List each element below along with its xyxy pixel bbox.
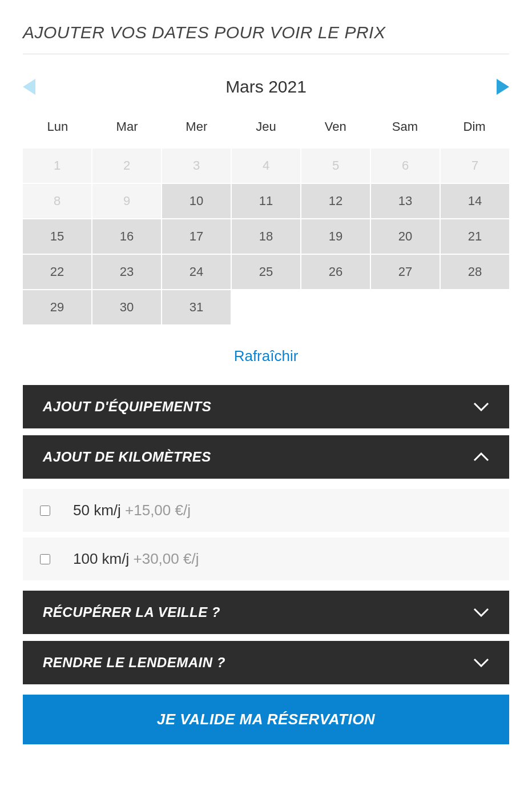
km-option-price: +30,00 €/j — [134, 550, 199, 567]
day-cell: 6 — [371, 149, 440, 183]
km-option-label: 50 km/j +15,00 €/j — [73, 502, 191, 519]
day-cell[interactable]: 13 — [371, 184, 440, 218]
day-cell — [301, 290, 370, 324]
km-option-checkbox[interactable] — [40, 554, 50, 564]
day-cell[interactable]: 11 — [232, 184, 300, 218]
day-cell[interactable]: 28 — [441, 255, 509, 289]
day-cell[interactable]: 30 — [92, 290, 161, 324]
day-cell[interactable]: 29 — [23, 290, 91, 324]
day-cell[interactable]: 16 — [92, 219, 161, 254]
day-cell: 4 — [232, 149, 300, 183]
day-cell[interactable]: 15 — [23, 219, 91, 254]
km-option-row: 50 km/j +15,00 €/j — [23, 489, 509, 532]
accordion: AJOUT D'ÉQUIPEMENTS AJOUT DE KILOMÈTRES … — [23, 385, 509, 744]
day-cell — [441, 290, 509, 324]
km-option-label: 100 km/j +30,00 €/j — [73, 550, 199, 568]
day-cell[interactable]: 26 — [301, 255, 370, 289]
day-header: Jeu — [231, 119, 301, 134]
day-cell: 3 — [162, 149, 231, 183]
calendar-header: Mars 2021 — [23, 77, 509, 97]
day-cell[interactable]: 10 — [162, 184, 231, 218]
km-option-row: 100 km/j +30,00 €/j — [23, 538, 509, 580]
chevron-down-icon — [473, 658, 489, 667]
chevron-up-icon — [473, 452, 489, 462]
day-cell[interactable]: 25 — [232, 255, 300, 289]
day-cell: 2 — [92, 149, 161, 183]
day-header: Dim — [440, 119, 509, 134]
month-label: Mars 2021 — [225, 77, 307, 97]
day-header: Mar — [92, 119, 162, 134]
day-cell: 8 — [23, 184, 91, 218]
accordion-kilometers[interactable]: AJOUT DE KILOMÈTRES — [23, 435, 509, 479]
accordion-title: AJOUT DE KILOMÈTRES — [43, 449, 211, 465]
page-title: AJOUTER VOS DATES POUR VOIR LE PRIX — [23, 23, 509, 54]
km-option-checkbox[interactable] — [40, 506, 50, 516]
day-cell[interactable]: 12 — [301, 184, 370, 218]
km-option-text: 50 km/j — [73, 502, 121, 519]
day-header: Ven — [301, 119, 370, 134]
chevron-down-icon — [473, 402, 489, 411]
accordion-title: AJOUT D'ÉQUIPEMENTS — [43, 399, 211, 415]
day-headers-row: Lun Mar Mer Jeu Ven Sam Dim — [23, 119, 509, 134]
km-option-price: +15,00 €/j — [125, 502, 191, 519]
submit-button[interactable]: JE VALIDE MA RÉSERVATION — [23, 695, 509, 744]
day-header: Lun — [23, 119, 92, 134]
day-cell[interactable]: 20 — [371, 219, 440, 254]
chevron-down-icon — [473, 608, 489, 617]
accordion-equipment[interactable]: AJOUT D'ÉQUIPEMENTS — [23, 385, 509, 428]
accordion-title: RÉCUPÉRER LA VEILLE ? — [43, 604, 220, 620]
calendar-grid: Lun Mar Mer Jeu Ven Sam Dim 123456789101… — [23, 119, 509, 324]
prev-month-icon[interactable] — [23, 79, 35, 95]
day-header: Mer — [162, 119, 231, 134]
day-cell — [371, 290, 440, 324]
accordion-pickup[interactable]: RÉCUPÉRER LA VEILLE ? — [23, 591, 509, 634]
day-cell[interactable]: 14 — [441, 184, 509, 218]
accordion-title: RENDRE LE LENDEMAIN ? — [43, 655, 225, 671]
next-month-icon[interactable] — [497, 79, 509, 95]
day-cell: 5 — [301, 149, 370, 183]
day-cell[interactable]: 22 — [23, 255, 91, 289]
day-cell[interactable]: 19 — [301, 219, 370, 254]
day-cell[interactable]: 21 — [441, 219, 509, 254]
refresh-link[interactable]: Rafraîchir — [23, 347, 509, 365]
day-cell: 9 — [92, 184, 161, 218]
day-cell[interactable]: 18 — [232, 219, 300, 254]
day-cell[interactable]: 31 — [162, 290, 231, 324]
day-cell[interactable]: 27 — [371, 255, 440, 289]
day-header: Sam — [370, 119, 440, 134]
day-cell: 7 — [441, 149, 509, 183]
km-option-text: 100 km/j — [73, 550, 129, 567]
day-cell[interactable]: 23 — [92, 255, 161, 289]
day-cell — [232, 290, 300, 324]
days-grid: 1234567891011121314151617181920212223242… — [23, 149, 509, 324]
day-cell: 1 — [23, 149, 91, 183]
day-cell[interactable]: 24 — [162, 255, 231, 289]
kilometers-options: 50 km/j +15,00 €/j 100 km/j +30,00 €/j — [23, 489, 509, 580]
accordion-return[interactable]: RENDRE LE LENDEMAIN ? — [23, 641, 509, 684]
day-cell[interactable]: 17 — [162, 219, 231, 254]
